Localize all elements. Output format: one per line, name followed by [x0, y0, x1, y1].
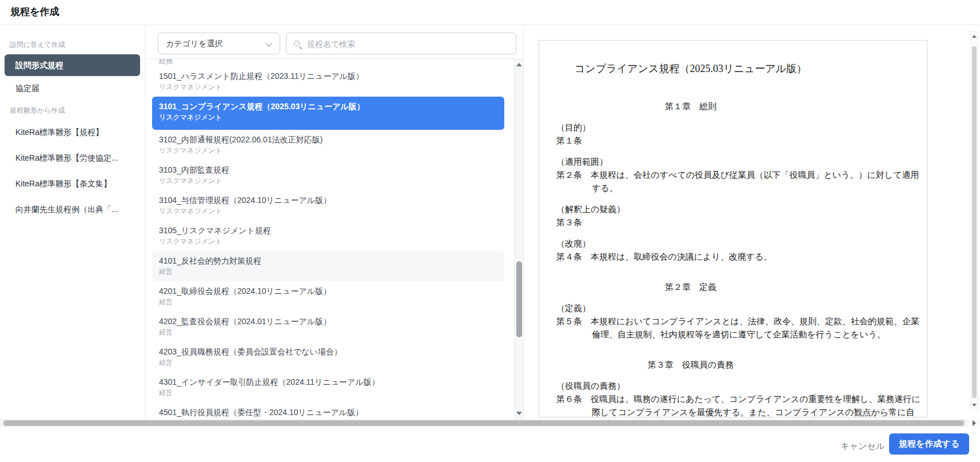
document-article: 第２条 本規程は、会社のすべての役員及び従業員（以下「役職員」という。）に対して…: [556, 169, 922, 195]
template-list-item-hovered[interactable]: 4101_反社会的勢力対策規程 経営: [152, 251, 504, 281]
template-category: 経営: [159, 389, 504, 397]
scroll-up-icon[interactable]: [516, 63, 522, 66]
template-title: 3102_内部通報規程(2022.06.01法改正対応版): [159, 134, 504, 145]
document-article-label: （解釈上の疑義）: [556, 203, 922, 216]
page-horizontal-scrollbar[interactable]: [0, 419, 967, 427]
document-chapter: 第３章 役職員の責務: [556, 359, 922, 372]
preview-region: コンプライアンス規程（2025.03リニューアル版） 第１章 総則 （目的） 第…: [524, 25, 980, 419]
template-title: 1501_ハラスメント防止規程（2023.11リニューアル版）: [159, 71, 504, 82]
page-title: 規程を作成: [10, 5, 59, 18]
template-category: リスクマネジメント: [159, 237, 504, 246]
modal-footer: キャンセル 規程を作成する: [0, 427, 980, 462]
template-title: 3105_リスクマネジメント規程: [159, 225, 504, 236]
template-title: 4301_インサイダー取引防止規程（2024.11リニューアル版）: [159, 377, 504, 388]
document-body: コンプライアンス規程（2025.03リニューアル版） 第１章 総則 （目的） 第…: [556, 61, 922, 417]
search-field: [286, 33, 516, 54]
chevron-down-icon: [265, 40, 272, 46]
template-category: リスクマネジメント: [159, 83, 504, 91]
create-regulation-modal: 規程を作成 設問に答えて作成 設問形式規程 協定届 規程雛形から作成 KiteR…: [0, 0, 980, 462]
template-list-item[interactable]: 4501_執行役員規程（委任型・2024.10リニューアル版）: [152, 403, 504, 419]
template-list-item[interactable]: 1501_ハラスメント防止規程（2023.11リニューアル版） リスクマネジメン…: [152, 66, 504, 97]
template-list-item-selected[interactable]: 3101_コンプライアンス規程（2025.03リニューアル版） リスクマネジメン…: [152, 97, 504, 130]
list-scrollbar[interactable]: [514, 59, 523, 419]
create-regulation-button[interactable]: 規程を作成する: [889, 433, 969, 455]
search-icon: [293, 40, 301, 48]
filter-row: カテゴリを選択: [146, 25, 523, 59]
template-category: リスクマネジメント: [159, 207, 504, 216]
template-list-item[interactable]: 4203_役員職務規程（委員会設置会社でない場合） 経営: [152, 342, 504, 372]
template-title: 4101_反社会的勢力対策規程: [159, 256, 504, 266]
sidebar-item-kitera-template-clauses[interactable]: KiteRa標準雛形【条文集】: [5, 172, 140, 196]
template-category: リスクマネジメント: [159, 146, 504, 155]
template-title: 4203_役員職務規程（委員会設置会社でない場合）: [159, 346, 504, 357]
list-scrollbar-thumb[interactable]: [516, 261, 522, 337]
template-list-item[interactable]: 3102_内部通報規程(2022.06.01法改正対応版) リスクマネジメント: [152, 130, 504, 160]
template-list-item[interactable]: 3105_リスクマネジメント規程 リスクマネジメント: [152, 221, 504, 251]
document-article-label: （目的）: [556, 121, 922, 134]
template-list-item[interactable]: 4202_監査役会規程（2024.01リニューアル版） 経営: [152, 312, 504, 342]
sidebar-item-agreement-notification[interactable]: 協定届: [5, 77, 140, 99]
sidebar-item-mukai-ran-examples[interactable]: 向井蘭先生規程例（出典「...: [5, 197, 140, 222]
scroll-down-icon[interactable]: [516, 412, 522, 415]
template-list-item[interactable]: 3103_内部監査規程 リスクマネジメント: [152, 160, 504, 190]
template-category: リスクマネジメント: [159, 177, 504, 185]
template-title: 3103_内部監査規程: [159, 165, 504, 176]
template-title: 4201_取締役会規程（2024.10リニューアル版）: [159, 286, 504, 297]
template-title: 4202_監査役会規程（2024.01リニューアル版）: [159, 316, 504, 327]
document-article: 第４条 本規程は、取締役会の決議により、改廃する。: [556, 250, 922, 264]
category-select[interactable]: カテゴリを選択: [158, 33, 280, 54]
document-chapter: 第１章 総則: [556, 100, 922, 113]
cancel-button[interactable]: キャンセル: [837, 439, 888, 452]
template-list-panel: カテゴリを選択 総務 1501_ハラスメント防止規程（2023.11リニューアル…: [146, 25, 524, 419]
page-vertical-scrollbar[interactable]: [970, 31, 978, 411]
category-select-value: カテゴリを選択: [166, 39, 223, 48]
sidebar-item-kitera-template-regulation[interactable]: KiteRa標準雛形【規程】: [5, 120, 140, 145]
template-category: 経営: [159, 359, 504, 367]
sidebar-section-label-from-template: 規程雛形から作成: [10, 106, 136, 115]
scroll-right-icon: [973, 420, 976, 426]
document-preview-card: コンプライアンス規程（2025.03リニューアル版） 第１章 総則 （目的） 第…: [539, 40, 927, 417]
sidebar-section-label-answer-questions: 設問に答えて作成: [10, 40, 136, 50]
document-article: 第５条 本規程においてコンプライアンスとは、法律、政令、規則、定款、社会的規範、…: [556, 315, 922, 341]
document-article-label: （改廃）: [556, 237, 922, 250]
document-article-label: （役職員の責務）: [556, 380, 922, 393]
template-category: 経営: [159, 328, 504, 337]
template-category: 経営: [159, 298, 504, 306]
template-list-item[interactable]: 4201_取締役会規程（2024.10リニューアル版） 経営: [152, 281, 504, 312]
template-category: 総務: [159, 59, 173, 66]
template-category: リスクマネジメント: [159, 113, 504, 122]
template-category: 経営: [159, 268, 504, 276]
scroll-down-icon[interactable]: [972, 404, 977, 407]
template-title: 3104_与信管理規程（2024.10リニューアル版）: [159, 195, 504, 206]
list-item-clipped-category: 総務: [146, 59, 514, 66]
template-list-item[interactable]: 3104_与信管理規程（2024.10リニューアル版） リスクマネジメント: [152, 190, 504, 221]
template-title: 4501_執行役員規程（委任型・2024.10リニューアル版）: [159, 407, 504, 418]
page-scrollbar-thumb[interactable]: [972, 46, 977, 398]
scroll-up-icon[interactable]: [972, 35, 977, 38]
sidebar: 設問に答えて作成 設問形式規程 協定届 規程雛形から作成 KiteRa標準雛形【…: [0, 25, 145, 419]
scroll-right-button[interactable]: [969, 419, 980, 427]
sidebar-item-question-format-regulation[interactable]: 設問形式規程: [5, 54, 140, 76]
document-article: 第３条: [556, 216, 922, 229]
modal-header: 規程を作成: [0, 0, 980, 25]
document-article-label: （適用範囲）: [556, 156, 922, 169]
template-list: 総務 1501_ハラスメント防止規程（2023.11リニューアル版） リスクマネ…: [146, 59, 514, 419]
document-article: 第６条 役職員は、職務の遂行にあたって、コンプライアンスの重要性を理解し、業務遂…: [556, 393, 922, 417]
template-title: 3101_コンプライアンス規程（2025.03リニューアル版）: [159, 101, 504, 112]
document-title: コンプライアンス規程（2025.03リニューアル版）: [556, 61, 922, 76]
search-input[interactable]: [306, 34, 512, 54]
sidebar-item-kitera-template-labor-agreement[interactable]: KiteRa標準雛形【労使協定...: [5, 146, 140, 170]
template-list-item[interactable]: 4301_インサイダー取引防止規程（2024.11リニューアル版） 経営: [152, 372, 504, 403]
document-article: 第１条: [556, 134, 922, 148]
document-article-label: （定義）: [556, 302, 922, 315]
horizontal-scrollbar-thumb[interactable]: [3, 420, 964, 426]
document-chapter: 第２章 定義: [556, 281, 922, 294]
